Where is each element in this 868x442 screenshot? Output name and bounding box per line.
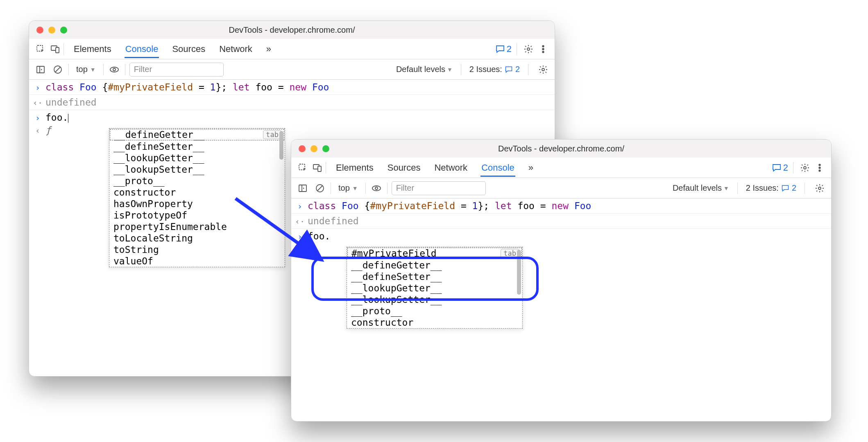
log-levels-selector[interactable]: Default levels ▼ (396, 65, 453, 74)
autocomplete-item[interactable]: isPrototypeOf (109, 210, 285, 221)
settings-icon[interactable] (522, 43, 535, 56)
tab-sources[interactable]: Sources (171, 40, 206, 58)
autocomplete-popup[interactable]: __defineGetter__tab__defineSetter____loo… (109, 128, 285, 267)
console-result: undefined (308, 216, 359, 226)
console-output: › class Foo {#myPrivateField = 1}; let f… (291, 198, 831, 421)
log-levels-selector[interactable]: Default levels ▼ (673, 183, 729, 193)
autocomplete-scrollbar[interactable] (517, 250, 521, 295)
output-chevron-icon: ‹· (296, 216, 304, 226)
feedback-count: 2 (507, 44, 512, 54)
console-settings-icon[interactable] (537, 63, 550, 76)
tab-separator (517, 43, 517, 55)
feedback-button[interactable]: 2 (772, 162, 788, 173)
issues-button[interactable]: 2 Issues: 2 (746, 183, 796, 193)
toolbar-separator (68, 64, 69, 75)
input-chevron-icon: › (34, 82, 41, 92)
autocomplete-item[interactable]: __proto__ (347, 305, 522, 317)
console-settings-icon[interactable] (813, 182, 826, 195)
window-title: DevTools - developer.chrome.com/ (291, 144, 831, 153)
device-toggle-icon[interactable] (49, 43, 62, 56)
issues-count: 2 (515, 65, 520, 74)
svg-point-18 (819, 164, 820, 166)
titlebar: DevTools - developer.chrome.com/ (291, 140, 831, 158)
console-prompt-text[interactable]: foo. (308, 231, 330, 241)
tab-elements[interactable]: Elements (73, 40, 112, 58)
issues-count: 2 (792, 183, 796, 193)
tabs: Elements Console Sources Network » (73, 40, 272, 58)
context-selector[interactable]: top ▼ (73, 63, 99, 76)
filter-input[interactable]: Filter (392, 181, 486, 195)
toolbar-separator (528, 64, 528, 75)
tab-elements[interactable]: Elements (335, 158, 374, 177)
autocomplete-item[interactable]: toLocaleString (109, 232, 285, 244)
console-prompt-row[interactable]: › foo. (29, 110, 555, 125)
tab-console[interactable]: Console (125, 40, 159, 58)
tab-sources[interactable]: Sources (387, 158, 422, 177)
context-selector[interactable]: top ▼ (335, 182, 361, 194)
autocomplete-item[interactable]: __defineSetter__ (109, 141, 285, 152)
inspect-element-icon[interactable] (34, 43, 47, 56)
autocomplete-item[interactable]: __proto__ (109, 175, 285, 187)
svg-point-12 (113, 68, 116, 71)
autocomplete-item[interactable]: hasOwnProperty (109, 198, 285, 210)
kebab-menu-icon[interactable] (813, 161, 826, 174)
window-title: DevTools - developer.chrome.com/ (29, 25, 555, 35)
sidebar-toggle-icon[interactable] (34, 63, 47, 76)
autocomplete-item[interactable]: __defineSetter__ (347, 271, 522, 282)
devtools-tabbar: Elements Sources Network Console » 2 (291, 158, 831, 178)
sidebar-toggle-icon[interactable] (296, 182, 309, 195)
toolbar-separator (365, 183, 366, 194)
filter-input[interactable]: Filter (129, 63, 224, 77)
toolbar-separator (737, 183, 738, 194)
autocomplete-scrollbar[interactable] (279, 131, 283, 160)
clear-console-icon[interactable] (313, 182, 326, 195)
svg-rect-2 (56, 47, 59, 53)
tab-network[interactable]: Network (433, 158, 468, 177)
autocomplete-item[interactable]: valueOf (109, 255, 285, 267)
svg-rect-21 (299, 185, 306, 192)
tab-more[interactable]: » (265, 40, 272, 58)
console-prompt-text[interactable]: foo. (45, 112, 68, 123)
toolbar-separator (125, 64, 125, 75)
autocomplete-item[interactable]: __lookupSetter__ (347, 294, 522, 305)
live-expression-icon[interactable] (370, 182, 383, 195)
autocomplete-item[interactable]: toString (109, 244, 285, 255)
output-chevron-icon: ‹· (34, 97, 41, 108)
autocomplete-item[interactable]: #myPrivateFieldtab (347, 248, 522, 259)
clear-console-icon[interactable] (51, 63, 64, 76)
issues-label: 2 Issues: (469, 65, 502, 74)
context-label: top (338, 183, 350, 193)
autocomplete-item[interactable]: __defineGetter__tab (110, 129, 284, 140)
dropdown-triangle-icon: ▼ (723, 185, 729, 192)
eager-eval-fn: ƒ (45, 125, 51, 135)
svg-point-27 (818, 187, 821, 189)
autocomplete-item[interactable]: __lookupSetter__ (109, 164, 285, 175)
svg-line-10 (55, 67, 60, 72)
issues-button[interactable]: 2 Issues: 2 (469, 65, 520, 74)
tab-network[interactable]: Network (218, 40, 253, 58)
live-expression-icon[interactable] (108, 63, 121, 76)
inspect-element-icon[interactable] (296, 161, 309, 174)
autocomplete-item[interactable]: __defineGetter__ (347, 259, 522, 271)
toolbar-separator (331, 183, 331, 194)
feedback-button[interactable]: 2 (495, 44, 512, 54)
tab-separator (326, 162, 326, 174)
tab-more[interactable]: » (528, 158, 534, 177)
autocomplete-item[interactable]: propertyIsEnumerable (109, 221, 285, 232)
console-code-line: class Foo {#myPrivateField = 1}; let foo… (45, 82, 329, 92)
autocomplete-item[interactable]: __lookupGetter__ (347, 282, 522, 294)
device-toggle-icon[interactable] (311, 161, 324, 174)
autocomplete-item[interactable]: __lookupGetter__ (109, 152, 285, 164)
console-prompt-row[interactable]: › foo. (291, 229, 831, 244)
levels-label: Default levels (396, 65, 445, 74)
kebab-menu-icon[interactable] (537, 43, 550, 56)
console-code-line: class Foo {#myPrivateField = 1}; let foo… (308, 201, 591, 211)
autocomplete-item[interactable]: constructor (347, 317, 522, 328)
console-input-row: › class Foo {#myPrivateField = 1}; let f… (291, 198, 831, 214)
svg-point-5 (542, 48, 544, 50)
autocomplete-popup[interactable]: #myPrivateFieldtab__defineGetter____defi… (347, 247, 523, 329)
tab-console[interactable]: Console (480, 158, 515, 177)
svg-point-11 (110, 67, 118, 72)
settings-icon[interactable] (798, 161, 811, 174)
autocomplete-item[interactable]: constructor (109, 187, 285, 198)
